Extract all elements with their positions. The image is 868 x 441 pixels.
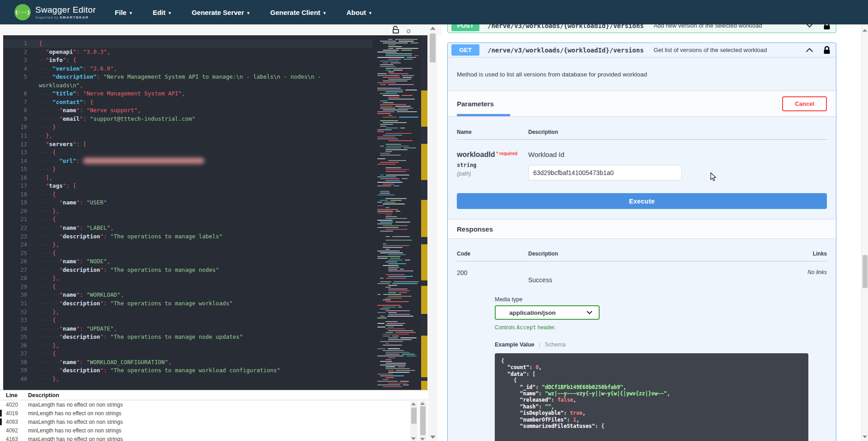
param-col-name: Name <box>457 129 528 135</box>
error-row[interactable]: 4092minLength has no effect on non strin… <box>0 426 428 435</box>
lock-icon[interactable] <box>823 24 830 30</box>
code-line: 31······"description": "The operations t… <box>3 299 372 308</box>
get-operation-header[interactable]: GET /nerve/v3/workloads/{workloadId}/ver… <box>448 43 836 57</box>
post-path: /nerve/v3/workloads/{workloadId}/version… <box>488 24 644 29</box>
editor-top-strip: ☼ <box>0 24 442 35</box>
error-panel: Line Description 4020maxLength has no ef… <box>0 390 428 441</box>
error-list-scrollbar[interactable] <box>410 401 418 441</box>
code-line: 40····}, <box>3 375 372 384</box>
menu-generate-server[interactable]: Generate Server▼ <box>192 9 250 16</box>
code-line: 14······"url": <box>3 157 372 166</box>
swagger-logo-icon: {···} <box>14 4 31 20</box>
menu-edit[interactable]: Edit▼ <box>153 9 172 16</box>
code-line: 5····"description": "Nerve Management Sy… <box>3 73 372 81</box>
code-line: 34······"name": "UPDATE", <box>3 325 372 333</box>
code-line: 24····}, <box>3 241 372 249</box>
code-line: workloads\n", <box>3 81 372 90</box>
code-line: 17··"tags": [ <box>3 182 372 190</box>
error-row[interactable]: 4019minLength has no effect on non strin… <box>0 409 428 417</box>
resp-col-code: Code <box>457 251 528 257</box>
media-type-label: Media type <box>495 296 827 303</box>
code-area[interactable]: 1{2··"openapi": "3.0.3",3··"info": {4···… <box>3 35 372 390</box>
code-line: 10····} <box>3 123 372 132</box>
swagger-ui-pane: POST /nerve/v3/workloads/{workloadId}/ve… <box>442 24 861 441</box>
top-navbar: {···} Swagger Editor Supported by SMARTB… <box>0 0 868 24</box>
caret-down-icon: ▼ <box>323 11 327 15</box>
warning-marks[interactable] <box>421 381 427 390</box>
error-col-line: Line <box>0 392 28 398</box>
media-type-select[interactable]: application/json <box>495 305 600 320</box>
execute-button[interactable]: Execute <box>457 193 827 209</box>
param-name: workloadId* required <box>457 151 528 159</box>
code-line: 22······"name": "LABEL", <box>3 224 372 232</box>
example-json-block[interactable]: { "count": 0, "data": [ { "_id": "dDCf1B… <box>495 353 808 441</box>
code-line: 37····{ <box>3 350 372 358</box>
code-line: 1{ <box>3 39 372 48</box>
menu-file[interactable]: File▼ <box>115 9 133 16</box>
tab-parameters[interactable]: Parameters <box>457 91 494 116</box>
code-line: 26······"name": "NODE", <box>3 257 372 266</box>
caret-down-icon: ▼ <box>168 11 172 15</box>
parameters-header-bar: Parameters Cancel <box>448 90 836 117</box>
warning-marks[interactable] <box>421 244 427 280</box>
code-line: 9······"email": "support@tttech-industri… <box>3 115 372 123</box>
code-line: 21····{ <box>3 215 372 224</box>
editor-pane: ☼ 1{2··"openapi": "3.0.3",3··"info": {4·… <box>0 24 442 441</box>
code-line: 16··], <box>3 174 372 182</box>
response-code: 200 <box>457 269 528 284</box>
post-summary: Add new version of the selected workload <box>654 24 806 29</box>
error-row[interactable]: 4020maxLength has no effect on non strin… <box>0 400 428 409</box>
required-marker: * required <box>496 151 517 156</box>
get-path: /nerve/v3/workloads/{workloadId}/version… <box>488 47 644 54</box>
code-editor[interactable]: 1{2··"openapi": "3.0.3",3··"info": {4···… <box>3 35 427 390</box>
warning-marks[interactable] <box>421 90 427 127</box>
editor-scrollbar[interactable] <box>428 24 437 441</box>
unlock-icon[interactable] <box>392 26 399 35</box>
menu-generate-client[interactable]: Generate Client▼ <box>270 9 327 16</box>
post-operation: POST /nerve/v3/workloads/{workloadId}/ve… <box>447 24 836 33</box>
post-operation-header[interactable]: POST /nerve/v3/workloads/{workloadId}/ve… <box>448 24 836 33</box>
chevron-down-icon <box>586 311 592 314</box>
code-line: 27······"description": "The operations t… <box>3 266 372 275</box>
get-operation-body: Method is used to list all versions from… <box>448 57 836 441</box>
param-type: string <box>457 162 528 168</box>
tab-schema[interactable]: Schema <box>545 341 566 348</box>
cancel-button[interactable]: Cancel <box>782 96 827 111</box>
warning-marks[interactable] <box>421 144 427 180</box>
menu-about[interactable]: About▼ <box>347 9 372 16</box>
code-line: 35······"description": "The operations t… <box>3 333 372 341</box>
workload-id-input[interactable] <box>528 165 682 180</box>
get-summary: Get list of versions of the selected wor… <box>654 47 806 53</box>
caret-down-icon: ▼ <box>129 11 133 15</box>
error-row[interactable]: 4163maxLength has no effect on non strin… <box>0 435 428 441</box>
editor-minimap[interactable] <box>375 35 421 390</box>
code-line: 11··}, <box>3 132 372 140</box>
code-line: 18····{ <box>3 190 372 199</box>
page-scrollbar[interactable] <box>861 24 868 441</box>
responses-table: Code Description Links 200 Success No li… <box>448 239 836 441</box>
lock-icon[interactable] <box>823 46 830 55</box>
response-row: 200 Success No links <box>457 261 827 284</box>
resp-col-description: Description <box>528 251 558 257</box>
chevron-up-icon[interactable] <box>806 47 813 52</box>
warning-marks[interactable] <box>421 286 427 314</box>
code-line: 8······"name": "Nerve support", <box>3 106 372 115</box>
error-row[interactable]: 4093maxLength has no effect on non strin… <box>0 417 428 426</box>
tab-example-value[interactable]: Example Value <box>495 341 535 348</box>
code-line: 19······"name": "USER" <box>3 199 372 207</box>
error-pane-scrollbar[interactable] <box>419 401 427 441</box>
param-location: (path) <box>457 171 528 177</box>
warning-marks[interactable] <box>421 336 427 377</box>
code-line: 15····} <box>3 165 372 174</box>
code-line: 23······"description": "The operations t… <box>3 232 372 241</box>
redacted-url <box>83 158 204 164</box>
brightness-icon[interactable]: ☼ <box>405 27 412 34</box>
annotation-strip[interactable] <box>421 35 427 390</box>
swagger-logo[interactable]: {···} Swagger Editor Supported by SMARTB… <box>14 4 96 20</box>
chevron-down-icon[interactable] <box>806 24 813 28</box>
code-line: 13····{ <box>3 148 372 157</box>
warning-marks[interactable] <box>421 200 427 237</box>
parameter-row: workloadId* required string (path) Workl… <box>457 140 827 180</box>
mouse-cursor <box>710 172 717 182</box>
responses-header-bar: Responses <box>448 219 836 239</box>
